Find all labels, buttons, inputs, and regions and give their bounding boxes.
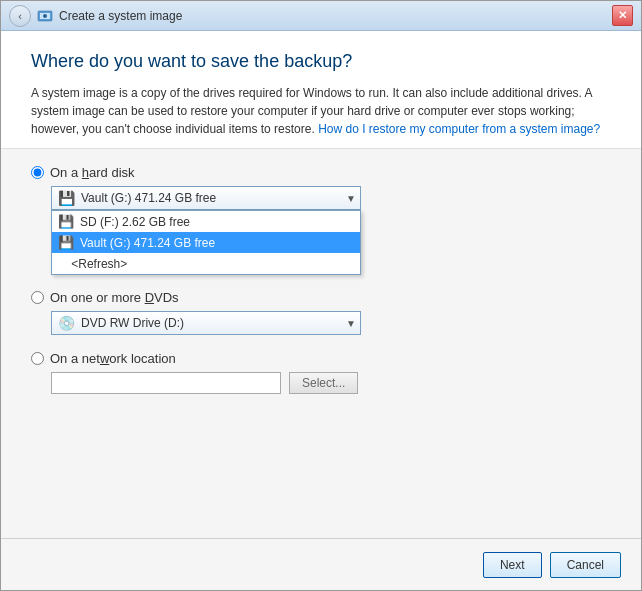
dvd-label: On one or more DVDs [50,290,179,305]
hard-disk-radio-label[interactable]: On a hard disk [31,165,611,180]
hard-disk-option: On a hard disk 💾 Vault (G:) 471.24 GB fr… [31,165,611,210]
hard-disk-radio[interactable] [31,166,44,179]
dvd-dropdown-wrapper: 💿 DVD RW Drive (D:) ▼ [51,311,361,335]
hard-disk-label: On a hard disk [50,165,135,180]
dvd-radio-label[interactable]: On one or more DVDs [31,290,611,305]
network-select-button[interactable]: Select... [289,372,358,394]
vault-drive-icon: 💾 [58,235,74,250]
body-section: On a hard disk 💾 Vault (G:) 471.24 GB fr… [1,149,641,538]
dvd-dropdown[interactable]: 💿 DVD RW Drive (D:) ▼ [51,311,361,335]
dvd-dropdown-arrow-icon: ▼ [346,318,356,329]
hard-disk-selected-value: Vault (G:) 471.24 GB free [81,191,216,205]
dropdown-item-vault[interactable]: 💾 Vault (G:) 471.24 GB free [52,232,360,253]
dvd-radio[interactable] [31,291,44,304]
svg-point-2 [43,14,47,18]
dvd-option: On one or more DVDs 💿 DVD RW Drive (D:) … [31,290,611,335]
header-section: Where do you want to save the backup? A … [1,31,641,149]
network-radio-label[interactable]: On a network location [31,351,611,366]
dvd-drive-icon: 💿 [58,315,75,331]
hard-disk-dropdown-menu: 💾 SD (F:) 2.62 GB free 💾 Vault (G:) 471.… [51,210,361,275]
network-radio[interactable] [31,352,44,365]
dropdown-item-refresh-label: <Refresh> [71,257,127,271]
dropdown-item-sd[interactable]: 💾 SD (F:) 2.62 GB free [52,211,360,232]
hard-disk-dropdown[interactable]: 💾 Vault (G:) 471.24 GB free ▼ [51,186,361,210]
network-input[interactable] [51,372,281,394]
title-bar: ‹ Create a system image ✕ [1,1,641,31]
dvd-selected-value: DVD RW Drive (D:) [81,316,184,330]
window-icon [37,8,53,24]
cancel-button[interactable]: Cancel [550,552,621,578]
hard-disk-dropdown-wrapper: 💾 Vault (G:) 471.24 GB free ▼ 💾 SD (F:) … [51,186,361,210]
sd-drive-icon: 💾 [58,214,74,229]
footer: Next Cancel [1,538,641,590]
dropdown-item-refresh[interactable]: <Refresh> [52,253,360,274]
content: Where do you want to save the backup? A … [1,31,641,538]
hd-drive-icon: 💾 [58,190,75,206]
network-row: Select... [51,372,611,394]
network-option: On a network location Select... [31,351,611,394]
dropdown-arrow-icon: ▼ [346,193,356,204]
window-title: Create a system image [59,9,182,23]
page-title: Where do you want to save the backup? [31,51,611,72]
window: ‹ Create a system image ✕ Where do you w… [0,0,642,591]
refresh-icon [58,256,65,271]
description-text: A system image is a copy of the drives r… [31,84,611,138]
next-button[interactable]: Next [483,552,542,578]
restore-link[interactable]: How do I restore my computer from a syst… [318,122,600,136]
close-button[interactable]: ✕ [612,5,633,26]
dropdown-item-sd-label: SD (F:) 2.62 GB free [80,215,190,229]
dropdown-item-vault-label: Vault (G:) 471.24 GB free [80,236,215,250]
network-label: On a network location [50,351,176,366]
back-button[interactable]: ‹ [9,5,31,27]
title-bar-left: ‹ Create a system image [9,5,182,27]
